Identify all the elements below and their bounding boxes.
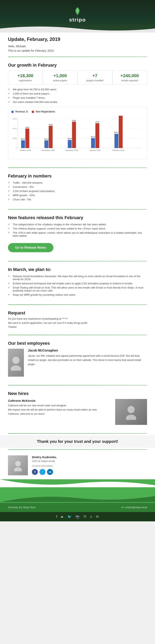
- ceo-facebook-button[interactable]: f: [32, 469, 38, 475]
- svg-text:February, 2019: February, 2019: [112, 149, 124, 151]
- bar-jan-reg: [96, 123, 100, 148]
- stat-registrations-number: +18,300: [10, 73, 41, 78]
- march-plans-title: In March, we plan to:: [8, 267, 147, 272]
- svg-point-26: [11, 366, 21, 371]
- march-bullets: Release Gmail Annotations Generator. We …: [8, 274, 147, 297]
- ceo-linkedin-button[interactable]: in: [47, 469, 53, 475]
- chart-legend: Revenue, $ New Registrations: [11, 110, 144, 113]
- new-hire-card: Cathrene McKenzie Cathrene will be our n…: [8, 399, 147, 425]
- feb-bullet-2: Conversions - 3%;: [8, 185, 147, 189]
- stat-payers: +1,000 active payers: [43, 70, 78, 84]
- new-features-title: New features released this February: [8, 215, 147, 220]
- new-hire-info: Cathrene McKenzie Cathrene will be our n…: [8, 399, 111, 425]
- legend-registrations: New Registrations: [32, 110, 55, 113]
- divider-1: [8, 56, 147, 57]
- svg-point-25: [12, 357, 20, 364]
- svg-text:$16,6: $16,6: [68, 138, 72, 140]
- footer-youtube-icon[interactable]: ▶: [61, 515, 64, 518]
- divider-6: [8, 335, 147, 335]
- svg-text:6000: 6000: [12, 118, 17, 120]
- svg-text:5100: 5100: [96, 121, 100, 123]
- header-wave: [0, 24, 155, 32]
- stat-emails-label: emails exported: [114, 79, 146, 82]
- svg-text:5389: 5389: [72, 120, 76, 122]
- svg-text:October, 2018: October, 2018: [20, 149, 31, 151]
- growth-bullet-2: 1,000 of them are active payers;: [8, 92, 147, 96]
- request-title: Request: [8, 310, 147, 316]
- employee-image: [8, 349, 24, 377]
- stat-payers-label: active payers: [45, 79, 76, 82]
- new-features-section: New features released this February The …: [0, 211, 155, 260]
- footer-facebook-icon[interactable]: f: [56, 515, 57, 518]
- footer-instagram-icon[interactable]: 📷: [76, 515, 80, 518]
- ceo-contact-label: Contact information:: [32, 464, 57, 467]
- ceo-twitter-button[interactable]: 🐦: [40, 469, 46, 475]
- growth-title: Our growth in February: [8, 62, 147, 68]
- email-wrapper: stripo Update, February, 2019 Hello, Mic…: [0, 0, 155, 522]
- bar-dec-reg: [72, 122, 76, 148]
- footer-green-area: [0, 479, 155, 503]
- greeting-section: Update, February, 2019 Hello, Michael. T…: [0, 32, 155, 55]
- bar-oct-reg: [25, 128, 29, 148]
- ceo-section: Dmitry Kudrenko. CEO at Stripo.email Con…: [0, 452, 155, 479]
- march-plans-section: In March, we plan to: Release Gmail Anno…: [0, 263, 155, 303]
- footer-social: f ▶ 🐦 📷 M p in: [0, 512, 155, 522]
- ceo-social-icons: f 🐦 in: [32, 469, 57, 475]
- february-numbers-title: February in numbers: [8, 174, 147, 179]
- february-numbers-bullets: Traffic - 280,000 sessions; Conversions …: [8, 181, 147, 202]
- employees-section: Our best employees Jacob McConaghen Jaco…: [0, 337, 155, 384]
- logo-text: stripo: [0, 17, 155, 23]
- divider-2: [8, 168, 147, 168]
- release-notes-button[interactable]: Go to Release Notes: [8, 243, 54, 252]
- request-text: Do you have any experience of participat…: [8, 317, 147, 329]
- svg-point-28: [126, 415, 136, 420]
- footer-linkedin-icon[interactable]: in: [96, 515, 99, 518]
- march-bullet-4: Keep our MRR growth by converting visito…: [8, 293, 147, 297]
- bar-feb-reg: [119, 116, 123, 148]
- feb-bullet-4: MRR growth - 20%;: [8, 193, 147, 198]
- new-hires-title: New hires: [8, 391, 147, 396]
- footer-pinterest-icon[interactable]: p: [90, 515, 92, 518]
- new-hire-description: Cathrene will be our new email coder and…: [8, 404, 111, 416]
- divider-4: [8, 261, 147, 262]
- svg-text:November, 2018: November, 2018: [42, 149, 54, 151]
- footer-twitter-icon[interactable]: 🐦: [68, 515, 72, 518]
- svg-text:2000: 2000: [12, 137, 17, 139]
- svg-text:4568: 4568: [48, 124, 52, 126]
- growth-bullet-4: Our users created 240,000 new emails.: [8, 100, 147, 104]
- svg-text:$15,0: $15,0: [21, 138, 25, 140]
- february-numbers-section: February in numbers Traffic - 280,000 se…: [0, 170, 155, 208]
- growth-bullet-1: We grew from 44,700 to 63,000 users;: [8, 87, 147, 92]
- stat-payers-number: +1,000: [45, 73, 76, 78]
- svg-text:January, 2019: January, 2019: [90, 149, 100, 151]
- employees-title: Our best employees: [8, 341, 147, 346]
- svg-point-29: [15, 461, 21, 466]
- footer-top-wave: [0, 479, 155, 487]
- bar-oct-rev: [21, 140, 25, 148]
- growth-bullet-3: Plugin was installed 7 times;: [8, 96, 147, 100]
- stat-emails: +240,000 emails exported: [112, 70, 147, 84]
- stat-emails-number: +240,000: [114, 73, 146, 78]
- logo-icon: [74, 7, 81, 16]
- divider-7: [8, 385, 147, 386]
- stat-plugins-number: +7: [79, 73, 110, 78]
- greeting-line2: This is our update for February, 2019.: [8, 49, 54, 52]
- footer-medium-icon[interactable]: M: [84, 515, 86, 518]
- stat-plugins: +7 plugins installed: [78, 70, 112, 84]
- bar-nov-reg: [48, 126, 52, 148]
- svg-text:4004: 4004: [25, 126, 29, 128]
- feature-bullet-2: The «Retina display support» control has…: [8, 226, 147, 231]
- footer-tagline: Sincerely, the Stripo Team: [8, 506, 36, 509]
- employee-description: Jacob, our PM, initiated and signed part…: [28, 354, 147, 366]
- svg-text:6628: 6628: [119, 115, 123, 116]
- footer-bottom: Sincerely, the Stripo Team ✉ contact@str…: [0, 503, 155, 512]
- footer-bottom-wave: [0, 494, 155, 502]
- svg-text:0: 0: [16, 147, 17, 149]
- legend-revenue-dot: [11, 111, 14, 113]
- stat-registrations-label: registrations: [10, 79, 41, 82]
- greeting-text: Hello, Michael. This is our update for F…: [8, 44, 147, 53]
- ceo-info: Dmitry Kudrenko. CEO at Stripo.email Con…: [32, 456, 57, 475]
- bar-nov-rev: [44, 140, 48, 148]
- footer-email-text: contact@stripo.email: [125, 506, 147, 509]
- svg-text:$20,5: $20,5: [91, 136, 95, 138]
